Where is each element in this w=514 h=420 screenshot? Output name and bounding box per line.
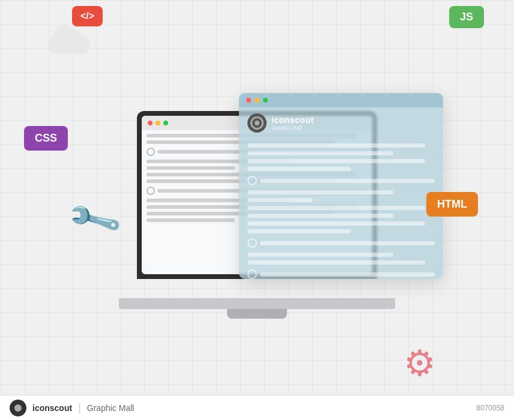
code-tag-label: </> [80,11,94,21]
browser-line-5 [247,190,393,194]
browser-line-12 [247,260,425,265]
browser-line-11 [247,253,393,257]
search-circle-1 [147,148,155,156]
bs-circle-3 [247,269,257,279]
bottom-brand-name: iconscout [32,403,72,413]
code-tag-badge: </> [72,6,103,26]
browser-line-4 [247,167,351,171]
brand-name: iconscout [271,115,314,125]
browser-line-6 [247,198,313,202]
html-tag-label: HTML [437,198,467,210]
dot-yellow [156,121,160,125]
browser-dot-red [246,98,251,103]
bs-circle-2 [247,238,257,248]
screen-line-10 [147,218,235,222]
laptop: iconscout Graphic Mall [119,111,395,327]
iconscout-logo [247,113,267,133]
bottom-id: 8070058 [476,404,504,412]
bs-line-1 [260,179,435,183]
browser-search-2 [247,238,435,248]
logo-inner [255,121,259,125]
laptop-base [119,298,395,309]
bottom-logo-inner [14,404,22,412]
cloud-decoration [48,36,90,54]
js-tag-label: JS [460,11,473,23]
bs-line-2 [260,241,435,245]
browser-search-3 [247,269,435,279]
search-circle-2 [147,187,155,195]
css-tag-badge: CSS [24,126,68,151]
bottom-bar: iconscout | Graphic Mall 8070058 [0,395,514,420]
dot-green [163,121,168,125]
browser-window-header [239,93,443,107]
bs-circle-1 [247,176,257,185]
browser-line-9 [247,221,425,226]
browser-line-1 [247,143,425,148]
browser-search-1 [247,176,435,185]
html-tag-badge: HTML [426,192,478,217]
browser-window-body: iconscout Graphic Mall [239,107,443,290]
bottom-graphic-mall: Graphic Mall [87,403,135,413]
brand-sub: Graphic Mall [271,125,314,131]
laptop-stand [227,309,287,319]
browser-dot-green [263,98,268,103]
screen-line-4 [147,166,235,170]
bottom-separator: | [78,401,81,414]
gear-shape: ⚙ [404,343,436,383]
wrench-icon: 🔧 [64,190,124,249]
browser-line-8 [247,214,393,218]
browser-dot-yellow [255,98,259,103]
css-tag-label: CSS [35,132,57,144]
browser-line-7 [247,206,425,210]
dot-red [148,121,153,125]
brand-text-group: iconscout Graphic Mall [271,115,314,131]
browser-line-10 [247,229,351,233]
bottom-logo [10,400,26,416]
browser-window: iconscout Graphic Mall [239,93,443,279]
browser-line-3 [247,159,425,163]
gear-icon: ⚙ [404,342,436,384]
js-tag-badge: JS [449,6,484,28]
bs-line-3 [260,272,435,277]
cloud-shape [48,36,90,54]
brand-row: iconscout Graphic Mall [247,113,435,137]
browser-line-2 [247,151,393,155]
main-scene: </> JS CSS HTML 🔧 ⚙ [0,0,514,420]
